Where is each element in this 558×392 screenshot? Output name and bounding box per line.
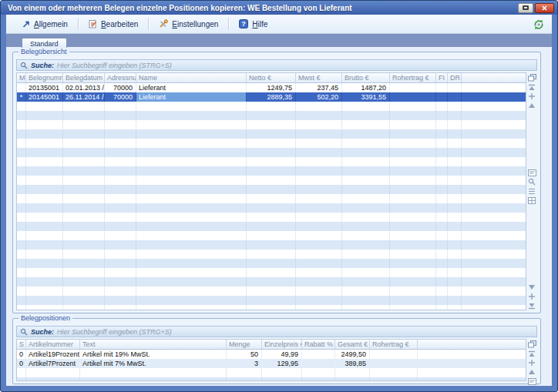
col-header-brutto[interactable]: Brutto € bbox=[342, 73, 390, 82]
scroll-next-icon[interactable] bbox=[527, 293, 536, 300]
col-header-einzelpreis[interactable]: Einzelpreis € bbox=[262, 340, 302, 349]
col-header-rohertrag[interactable]: Rohertrag € bbox=[370, 340, 418, 349]
settings-icon bbox=[159, 19, 168, 28]
cell-belegnummer[interactable]: 20145001 bbox=[26, 92, 63, 102]
cell-rabatt[interactable] bbox=[302, 350, 335, 359]
cell-artikelnummer[interactable]: Artikel7Prozent bbox=[26, 359, 80, 368]
cell-s[interactable]: 0 bbox=[17, 350, 26, 359]
group-beleguebersicht: Belegübersicht Suche: Hier Suchbegriff e… bbox=[12, 52, 541, 313]
col-header-name[interactable]: Name bbox=[136, 73, 247, 82]
cell-brutto[interactable]: 1487,20 bbox=[342, 83, 390, 92]
cell-einzelpreis[interactable]: 129,95 bbox=[262, 359, 302, 368]
cell-fi[interactable] bbox=[436, 92, 448, 102]
cell-rohertrag[interactable] bbox=[390, 83, 436, 92]
cell-dr[interactable] bbox=[448, 83, 462, 92]
col-header-gesamt[interactable]: Gesamt € bbox=[335, 340, 370, 349]
cell-text[interactable]: Artikel mit 7% MwSt. bbox=[80, 359, 227, 368]
cell-dr[interactable] bbox=[448, 92, 462, 102]
cell-rohertrag[interactable] bbox=[370, 350, 418, 359]
cell-text[interactable]: Artikel mit 19% MwSt. bbox=[80, 350, 227, 359]
col-header-belegnummer[interactable]: Belegnumme bbox=[26, 73, 63, 82]
cell-netto[interactable]: 1249,75 bbox=[247, 83, 296, 92]
restore-button[interactable] bbox=[518, 3, 533, 13]
col-header-menge[interactable]: Menge bbox=[227, 340, 262, 349]
cell-name-active[interactable]: Lieferant bbox=[136, 92, 247, 102]
scroll-top-icon[interactable] bbox=[527, 350, 536, 357]
cell-mwst[interactable]: 237,45 bbox=[296, 83, 342, 92]
search-placeholder: Hier Suchbegriff eingeben (STRG+S) bbox=[57, 62, 172, 69]
scroll-down-icon[interactable] bbox=[527, 283, 536, 291]
column-chooser-icon[interactable] bbox=[527, 74, 536, 82]
cell-s[interactable]: 0 bbox=[17, 359, 26, 368]
empty-cell bbox=[342, 102, 390, 310]
cell-brutto[interactable]: 3391,55 bbox=[342, 92, 390, 102]
col-header-artikelnummer[interactable]: Artikelnummer bbox=[26, 340, 80, 349]
cell-m[interactable]: * bbox=[17, 92, 26, 102]
hilfe-label: Hilfe bbox=[252, 20, 267, 28]
col-header-belegdatum[interactable]: Belegdatum bbox=[63, 73, 105, 82]
cell-m[interactable] bbox=[17, 83, 26, 92]
scroll-up-icon[interactable] bbox=[527, 102, 536, 109]
positionen-search-bar[interactable]: Suche: Hier Suchbegriff eingeben (STRG+S… bbox=[16, 326, 537, 337]
column-chooser-icon[interactable] bbox=[527, 340, 536, 348]
bearbeiten-button[interactable]: Bearbeiten bbox=[82, 17, 144, 31]
col-header-m[interactable]: M bbox=[17, 73, 26, 82]
empty-cell bbox=[136, 102, 247, 310]
columns-icon[interactable] bbox=[527, 196, 536, 204]
col-header-rabatt[interactable]: Rabatt % bbox=[302, 340, 335, 349]
cell-adressnummer[interactable]: 70000 bbox=[105, 83, 136, 92]
col-header-rohertrag[interactable]: Rohertrag € bbox=[390, 73, 436, 82]
cell-artikelnummer[interactable]: Artikel19Prozent bbox=[26, 350, 80, 359]
col-header-text[interactable]: Text bbox=[80, 340, 227, 349]
cell-rohertrag[interactable] bbox=[390, 92, 436, 102]
col-header-dr[interactable]: DR bbox=[448, 73, 462, 82]
empty-cell bbox=[105, 102, 136, 310]
beleg-row-selected[interactable]: * 20145001 26.11.2014 /Mi 70000 Lieferan… bbox=[17, 92, 526, 102]
empty-cell bbox=[296, 102, 342, 310]
allgemein-button[interactable]: Allgemein bbox=[15, 18, 74, 31]
scroll-top-icon[interactable] bbox=[527, 83, 536, 91]
cell-menge[interactable]: 3 bbox=[227, 359, 262, 368]
cell-netto[interactable]: 2889,35 bbox=[247, 92, 296, 102]
cell-adressnummer[interactable]: 70000 bbox=[105, 92, 136, 102]
group-title-belegpositionen: Belegpositionen bbox=[18, 314, 72, 323]
edit-note-icon bbox=[89, 19, 97, 28]
cell-gesamt[interactable]: 389,85 bbox=[335, 359, 370, 368]
cell-einzelpreis[interactable]: 49,99 bbox=[262, 350, 302, 359]
cell-belegdatum[interactable]: 26.11.2014 /Mi bbox=[63, 92, 105, 102]
belege-search-bar[interactable]: Suche: Hier Suchbegriff eingeben (STRG+S… bbox=[16, 59, 537, 71]
grid-search-icon[interactable] bbox=[527, 178, 536, 186]
card-view-icon[interactable] bbox=[527, 169, 536, 176]
list-view-icon[interactable] bbox=[527, 187, 536, 195]
scroll-bottom-icon[interactable] bbox=[527, 302, 536, 310]
einstellungen-button[interactable]: Einstellungen bbox=[153, 17, 224, 31]
col-header-adressnummer[interactable]: Adressnumm bbox=[105, 73, 136, 82]
hilfe-button[interactable]: ? Hilfe bbox=[233, 17, 274, 31]
cell-mwst[interactable]: 502,20 bbox=[296, 92, 342, 102]
card-view-icon[interactable] bbox=[527, 377, 536, 385]
cell-gesamt[interactable]: 2499,50 bbox=[335, 350, 370, 359]
col-header-netto[interactable]: Netto € bbox=[247, 73, 296, 82]
col-header-fi[interactable]: FI bbox=[436, 73, 448, 82]
cell-fi[interactable] bbox=[436, 83, 448, 92]
cell-name[interactable]: Lieferant bbox=[136, 83, 247, 92]
position-row[interactable]: 0 Artikel7Prozent Artikel mit 7% MwSt. 3… bbox=[17, 359, 526, 368]
cell-menge[interactable]: 50 bbox=[227, 350, 262, 359]
beleg-row[interactable]: 20135001 02.01.2013 /Mi 70000 Lieferant … bbox=[17, 83, 526, 92]
empty-cell bbox=[448, 102, 462, 310]
cell-rohertrag[interactable] bbox=[370, 359, 418, 368]
position-row[interactable]: 0 Artikel19Prozent Artikel mit 19% MwSt.… bbox=[17, 350, 526, 359]
refresh-button[interactable] bbox=[533, 18, 544, 30]
close-button[interactable] bbox=[535, 3, 554, 13]
toolbar: Allgemein Bearbeiten Einstellungen bbox=[6, 15, 552, 34]
group-belegpositionen: Belegpositionen Suche: Hier Suchbegriff … bbox=[12, 318, 541, 384]
cell-rabatt[interactable] bbox=[302, 359, 335, 368]
cell-belegnummer[interactable]: 20135001 bbox=[26, 83, 63, 92]
scroll-up-icon[interactable] bbox=[527, 368, 536, 376]
col-header-s[interactable]: S bbox=[17, 340, 26, 349]
col-header-mwst[interactable]: Mwst € bbox=[296, 73, 342, 82]
scroll-prev-icon[interactable] bbox=[527, 92, 536, 100]
scroll-prev-icon[interactable] bbox=[527, 359, 536, 367]
empty-cell bbox=[247, 102, 296, 310]
cell-belegdatum[interactable]: 02.01.2013 /Mi bbox=[63, 83, 105, 92]
